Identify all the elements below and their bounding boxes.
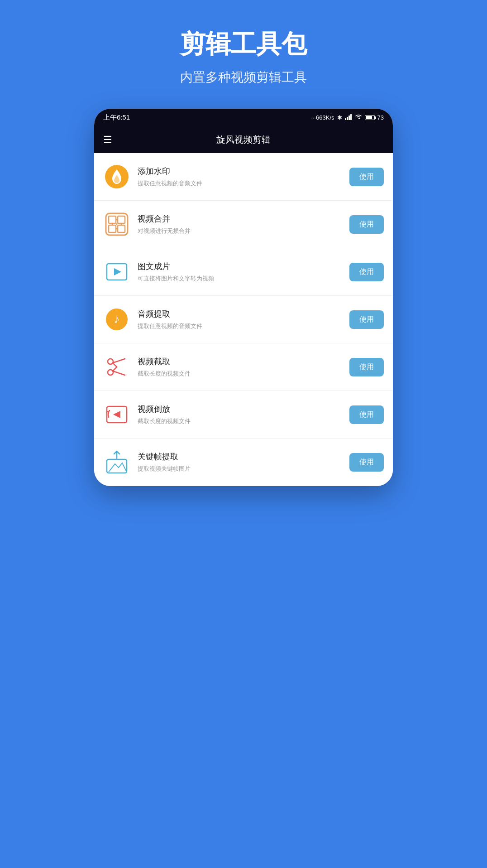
tool-name-reverse: 视频倒放 xyxy=(138,404,342,415)
tool-item-reverse: 视频倒放 截取长度的视频文件 使用 xyxy=(94,391,393,439)
tool-name-audio: 音频提取 xyxy=(138,309,342,319)
tool-desc-keyframe: 提取视频关键帧图片 xyxy=(138,465,342,473)
svg-line-24 xyxy=(113,367,117,371)
status-bar: 上午6:51 ···663K/s ✱ xyxy=(94,109,393,126)
svg-line-21 xyxy=(113,359,125,363)
svg-point-20 xyxy=(108,370,113,375)
svg-marker-16 xyxy=(114,268,121,275)
tool-item-clip: 视频截取 截取长度的视频文件 使用 xyxy=(94,343,393,391)
app-header: ☰ 旋风视频剪辑 xyxy=(94,126,393,153)
tool-item-keyframe: 关键帧提取 提取视频关键帧图片 使用 xyxy=(94,439,393,486)
phone-frame: 上午6:51 ···663K/s ✱ xyxy=(94,109,393,486)
tool-item-watermark: 添加水印 提取任意视频的音频文件 使用 xyxy=(94,153,393,201)
use-button-watermark[interactable]: 使用 xyxy=(349,168,384,186)
tool-desc-clip: 截取长度的视频文件 xyxy=(138,370,342,378)
tool-info-image-video: 图文成片 可直接将图片和文字转为视频 xyxy=(138,261,342,283)
tool-name-image-video: 图文成片 xyxy=(138,261,342,272)
tool-item-image-video: 图文成片 可直接将图片和文字转为视频 使用 xyxy=(94,248,393,296)
tool-desc-reverse: 截取长度的视频文件 xyxy=(138,417,342,425)
svg-rect-1 xyxy=(347,117,348,120)
svg-rect-8 xyxy=(109,225,116,232)
svg-text:♪: ♪ xyxy=(114,312,120,326)
svg-line-22 xyxy=(113,371,125,375)
tool-item-audio: ♪ 音频提取 提取任意视频的音频文件 使用 xyxy=(94,296,393,343)
keyframe-icon xyxy=(103,448,130,476)
tool-desc-audio: 提取任意视频的音频文件 xyxy=(138,322,342,330)
tool-name-watermark: 添加水印 xyxy=(138,166,342,177)
network-speed: ···663K/s xyxy=(311,114,334,121)
app-bar-title: 旋风视频剪辑 xyxy=(121,134,366,146)
page-title: 剪辑工具包 xyxy=(180,27,307,62)
use-button-image-video[interactable]: 使用 xyxy=(349,263,384,281)
tool-desc-image-video: 可直接将图片和文字转为视频 xyxy=(138,275,342,283)
svg-line-23 xyxy=(113,363,117,367)
svg-rect-6 xyxy=(109,216,116,223)
page-subtitle: 内置多种视频剪辑工具 xyxy=(180,69,307,86)
svg-rect-9 xyxy=(118,225,125,232)
status-icons: ···663K/s ✱ 73 xyxy=(311,114,384,121)
hamburger-icon[interactable]: ☰ xyxy=(103,134,112,146)
merge-icon xyxy=(103,211,130,238)
tool-name-clip: 视频截取 xyxy=(138,356,342,367)
bluetooth-icon: ✱ xyxy=(337,114,342,121)
svg-rect-2 xyxy=(349,116,350,120)
image-video-icon xyxy=(103,258,130,285)
use-button-merge[interactable]: 使用 xyxy=(349,215,384,234)
tool-info-clip: 视频截取 截取长度的视频文件 xyxy=(138,356,342,378)
svg-rect-7 xyxy=(118,216,125,223)
use-button-audio[interactable]: 使用 xyxy=(349,310,384,329)
use-button-clip[interactable]: 使用 xyxy=(349,358,384,376)
use-button-keyframe[interactable]: 使用 xyxy=(349,453,384,472)
tool-info-watermark: 添加水印 提取任意视频的音频文件 xyxy=(138,166,342,188)
tool-info-reverse: 视频倒放 截取长度的视频文件 xyxy=(138,404,342,425)
page-header: 剪辑工具包 内置多种视频剪辑工具 xyxy=(180,0,307,100)
reverse-icon xyxy=(103,401,130,428)
status-time: 上午6:51 xyxy=(103,113,130,122)
tool-info-merge: 视频合并 对视频进行无损合并 xyxy=(138,213,342,235)
wifi-icon xyxy=(355,114,362,121)
tool-info-audio: 音频提取 提取任意视频的音频文件 xyxy=(138,309,342,330)
audio-icon: ♪ xyxy=(103,306,130,333)
tool-name-merge: 视频合并 xyxy=(138,213,342,224)
battery-percent: 73 xyxy=(377,114,384,121)
svg-marker-26 xyxy=(113,411,120,418)
use-button-reverse[interactable]: 使用 xyxy=(349,405,384,424)
signal-icon xyxy=(345,114,352,121)
watermark-icon xyxy=(103,163,130,190)
tool-item-merge: 视频合并 对视频进行无损合并 使用 xyxy=(94,201,393,248)
tool-info-keyframe: 关键帧提取 提取视频关键帧图片 xyxy=(138,451,342,473)
tool-list: 添加水印 提取任意视频的音频文件 使用 xyxy=(94,153,393,486)
tool-name-keyframe: 关键帧提取 xyxy=(138,451,342,462)
tool-desc-merge: 对视频进行无损合并 xyxy=(138,227,342,235)
battery-icon xyxy=(365,115,375,120)
tool-desc-watermark: 提取任意视频的音频文件 xyxy=(138,179,342,188)
svg-point-19 xyxy=(108,359,113,364)
svg-rect-0 xyxy=(345,118,346,120)
svg-rect-3 xyxy=(350,114,352,120)
scissors-icon xyxy=(103,353,130,381)
